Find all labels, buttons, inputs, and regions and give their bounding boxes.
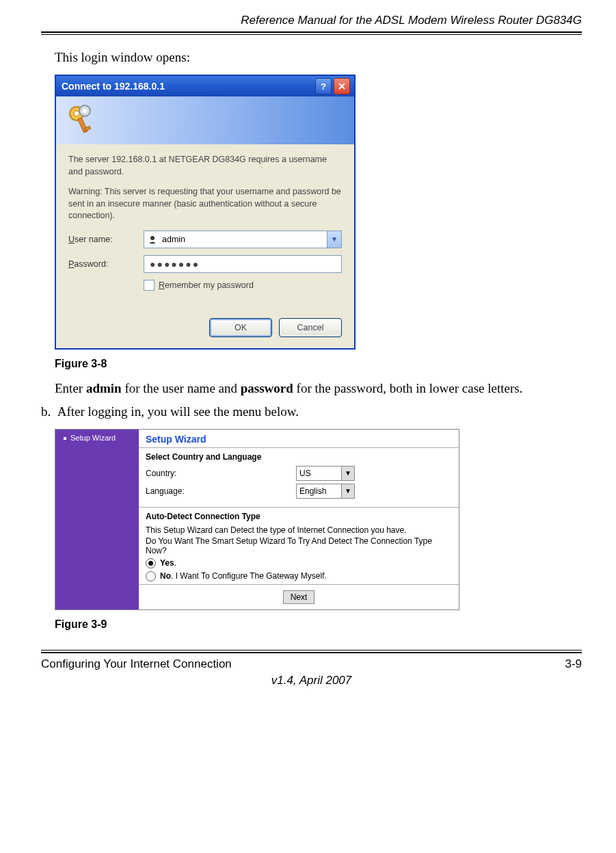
username-value: admin xyxy=(162,235,327,244)
wizard-desc-1: This Setup Wizard can Detect the type of… xyxy=(146,525,452,535)
username-combobox[interactable]: admin ▼ xyxy=(144,231,342,248)
user-icon xyxy=(147,234,158,245)
remember-label: Remember my password xyxy=(159,280,254,290)
wizard-sidebar: Setup Wizard xyxy=(55,430,139,609)
ok-button[interactable]: OK xyxy=(209,318,272,337)
country-label: Country: xyxy=(146,469,296,478)
header-title: Reference Manual for the ADSL Modem Wire… xyxy=(41,14,582,27)
country-value: US xyxy=(299,469,311,478)
credentials-instruction: Enter admin for the user name and passwo… xyxy=(55,381,582,396)
figure-9-caption: Figure 3-9 xyxy=(55,618,582,631)
chevron-down-icon: ▼ xyxy=(341,484,354,498)
password-field[interactable]: ●●●●●●● xyxy=(144,255,342,273)
radio-no[interactable] xyxy=(146,571,156,581)
password-label: Password: xyxy=(68,259,144,269)
username-label: User name: xyxy=(68,235,144,244)
dialog-message-1: The server 192.168.0.1 at NETGEAR DG834G… xyxy=(68,154,342,178)
footer-rule-thick xyxy=(41,652,582,653)
header-rule-thin xyxy=(41,34,582,35)
radio-yes[interactable] xyxy=(146,558,156,568)
page-number: 3-9 xyxy=(565,657,582,671)
step-b: b. After logging in, you will see the me… xyxy=(41,404,582,419)
remember-checkbox[interactable] xyxy=(144,280,155,291)
intro-text: This login window opens: xyxy=(55,50,582,65)
radio-no-row[interactable]: No. I Want To Configure The Gateway Myse… xyxy=(146,571,452,581)
login-dialog: Connect to 192.168.0.1 ? xyxy=(55,75,356,350)
svg-point-6 xyxy=(150,236,155,240)
radio-yes-row[interactable]: Yes. xyxy=(146,558,452,568)
setup-wizard-screenshot: Setup Wizard Setup Wizard Select Country… xyxy=(55,429,459,610)
svg-point-1 xyxy=(74,111,79,116)
svg-point-5 xyxy=(83,109,87,113)
password-value: ●●●●●●● xyxy=(150,259,200,270)
footer-rule-thin xyxy=(41,650,582,651)
dialog-message-2: Warning: This server is requesting that … xyxy=(68,186,342,222)
dialog-titlebar: Connect to 192.168.0.1 ? xyxy=(56,76,354,96)
dialog-banner xyxy=(56,96,354,144)
footer-left: Configuring Your Internet Connection xyxy=(41,657,232,671)
section-country-heading: Select Country and Language xyxy=(146,452,452,462)
radio-yes-label: Yes. xyxy=(160,558,176,568)
keys-icon xyxy=(64,103,100,138)
figure-8-caption: Figure 3-8 xyxy=(55,358,582,370)
chevron-down-icon: ▼ xyxy=(341,467,354,480)
footer-version: v1.4, April 2007 xyxy=(41,674,582,687)
chevron-down-icon[interactable]: ▼ xyxy=(327,231,341,248)
next-button[interactable]: Next xyxy=(283,590,315,604)
close-icon xyxy=(338,82,346,90)
cancel-button[interactable]: Cancel xyxy=(279,318,342,337)
wizard-title: Setup Wizard xyxy=(139,430,459,448)
header-rule xyxy=(41,31,582,33)
help-button[interactable]: ? xyxy=(315,78,332,94)
wizard-desc-2: Do You Want The Smart Setup Wizard To Tr… xyxy=(146,536,452,555)
dialog-title: Connect to 192.168.0.1 xyxy=(62,81,313,92)
language-select[interactable]: English ▼ xyxy=(296,484,355,499)
close-button[interactable] xyxy=(334,78,350,94)
section-autodetect-heading: Auto-Detect Connection Type xyxy=(146,512,452,521)
language-label: Language: xyxy=(146,486,296,496)
language-value: English xyxy=(299,486,326,496)
sidebar-item-setup-wizard[interactable]: Setup Wizard xyxy=(70,434,116,442)
bullet-icon xyxy=(64,437,66,440)
radio-no-label: No. I Want To Configure The Gateway Myse… xyxy=(160,571,327,581)
country-select[interactable]: US ▼ xyxy=(296,466,355,481)
